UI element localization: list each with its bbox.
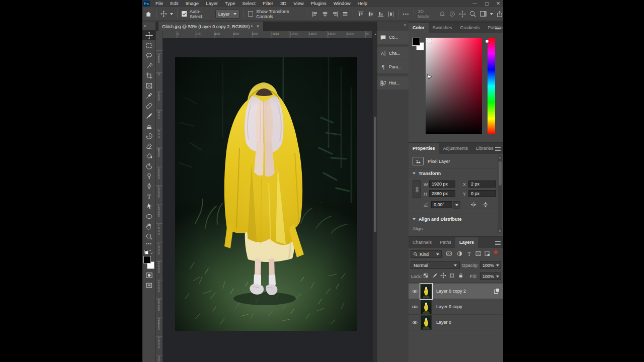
pan3d-icon[interactable] (459, 11, 466, 18)
scrollbar-thumb[interactable] (374, 117, 376, 232)
hue-slider-marker[interactable] (485, 39, 489, 43)
saturation-brightness-field[interactable] (426, 38, 482, 134)
menu-edit[interactable]: Edit (167, 0, 182, 7)
brush-icon[interactable] (432, 273, 438, 279)
minimize-button[interactable]: — (472, 0, 477, 7)
layer-thumbnail[interactable] (421, 300, 432, 314)
properties-scrollbar[interactable]: ▲ ▼ (498, 155, 502, 233)
align-center-h-icon[interactable] (321, 11, 329, 18)
checker-icon[interactable] (423, 273, 429, 279)
magic-wand-tool[interactable] (142, 60, 155, 70)
crop-tool[interactable] (142, 70, 155, 80)
type-tool[interactable]: T (142, 191, 155, 201)
scroll-up-icon[interactable]: ▲ (498, 156, 502, 159)
close-button[interactable]: ✕ (496, 0, 500, 7)
zoom-tool[interactable] (142, 231, 155, 241)
menu-3d[interactable]: 3D (277, 0, 290, 7)
scroll-up-icon[interactable]: ▲ (373, 33, 377, 36)
layer-row[interactable]: Layer 0 copy 2 (409, 284, 503, 299)
flip-v-icon[interactable] (482, 201, 489, 208)
align-middle-icon[interactable] (367, 11, 374, 18)
artboard-icon[interactable] (449, 273, 455, 279)
tab-close-icon[interactable]: ✕ (256, 24, 260, 29)
smudge-tool[interactable] (142, 161, 155, 171)
menu-select[interactable]: Select (238, 0, 259, 7)
show-transform-checkbox[interactable] (248, 11, 253, 17)
workspace-icon[interactable] (479, 10, 487, 18)
document-tab[interactable]: Glitch.jpg @ 50% (Layer 0 copy 2, RGB/8#… (158, 22, 263, 31)
chevron-down-icon[interactable] (490, 13, 493, 15)
spot-healing-brush-tool[interactable] (142, 101, 155, 111)
width-field[interactable]: 1920 px (429, 180, 455, 188)
height-field[interactable]: 2880 px (429, 190, 455, 197)
collapse-dock-icon[interactable]: « (377, 22, 409, 28)
maximize-button[interactable]: ▢ (485, 0, 489, 7)
layer-thumbnail[interactable] (421, 284, 432, 299)
menu-file[interactable]: File (152, 0, 167, 7)
tab-gradients[interactable]: Gradients (456, 23, 484, 33)
canvas-vertical-scrollbar[interactable]: ▲ (372, 31, 377, 362)
more-options-button[interactable]: ••• (403, 12, 410, 16)
menu-help[interactable]: Help (354, 0, 371, 7)
path-selection-tool[interactable] (142, 201, 155, 211)
panel-menu-icon[interactable] (495, 147, 501, 151)
rotation-angle-field[interactable]: 0,00° (431, 201, 452, 208)
align-right-icon[interactable] (332, 11, 339, 18)
pen-tool[interactable] (142, 181, 155, 191)
align-section-header[interactable]: Align and Distribute (413, 217, 462, 222)
eyedropper-tool[interactable] (142, 90, 155, 101)
foreground-color-swatch[interactable] (143, 256, 151, 263)
brush-tool[interactable] (142, 111, 155, 121)
link-dimensions-button[interactable] (413, 180, 421, 198)
lasso-tool[interactable] (142, 50, 155, 60)
move-icon[interactable] (160, 11, 167, 17)
align-bottom-icon[interactable] (377, 11, 384, 18)
tab-color[interactable]: Color (409, 23, 429, 33)
dodge-tool[interactable] (142, 171, 155, 181)
filter-toggle[interactable] (494, 250, 498, 254)
blend-mode-dropdown[interactable]: Normal (411, 261, 460, 269)
panel-menu-icon[interactable] (495, 241, 501, 245)
scroll-down-icon[interactable]: ▼ (498, 230, 502, 233)
menu-type[interactable]: Type (221, 0, 239, 7)
flip-h-icon[interactable] (470, 201, 477, 208)
smartobj-filter-icon[interactable] (484, 250, 491, 257)
angle-dropdown[interactable] (453, 201, 460, 209)
x-field[interactable]: 2 px (468, 180, 496, 188)
eraser-tool[interactable] (142, 141, 155, 151)
fill-field[interactable]: 100% (480, 273, 501, 280)
tab-swatches[interactable]: Swatches (429, 23, 456, 33)
ellipse-tool[interactable] (142, 211, 155, 221)
adjustment-filter-icon[interactable] (456, 250, 463, 257)
layer-filter-kind-dropdown[interactable]: Kind (411, 250, 442, 258)
transform-section-header[interactable]: Transform (413, 171, 441, 176)
frame-filter-icon[interactable] (475, 250, 481, 257)
collapsed-panel-comments[interactable]: Co... (377, 31, 409, 44)
quick-mask-button[interactable] (142, 270, 155, 280)
auto-select-target-dropdown[interactable]: Layer (215, 10, 240, 19)
collapsed-panel-history[interactable]: Hist... (377, 76, 409, 90)
tab-channels[interactable]: Channels (409, 237, 436, 248)
foreground-background-swatches[interactable] (412, 38, 425, 52)
orbit-icon[interactable] (439, 11, 446, 18)
panel-menu-icon[interactable] (495, 27, 501, 30)
rectangular-marquee-tool[interactable] (142, 40, 155, 50)
menu-image[interactable]: Image (182, 0, 202, 7)
y-field[interactable]: 0 px (468, 190, 496, 197)
home-icon[interactable] (145, 11, 152, 18)
foreground-color-swatch[interactable] (412, 38, 420, 46)
menu-filter[interactable]: Filter (259, 0, 277, 7)
edit-toolbar-button[interactable]: ••• (142, 241, 155, 249)
tab-adjustments[interactable]: Adjustments (439, 143, 472, 154)
auto-select-checkbox[interactable] (182, 11, 187, 17)
gradient-tool[interactable] (142, 151, 155, 161)
screen-mode-button[interactable] (142, 280, 155, 290)
align-left-icon[interactable] (311, 11, 318, 18)
menu-view[interactable]: View (290, 0, 307, 7)
layer-row[interactable]: Layer 0 (409, 315, 503, 330)
collapsed-panel-paragraph[interactable]: ¶ Para... (377, 60, 409, 74)
tab-libraries[interactable]: Libraries (472, 143, 498, 154)
chevron-down-icon[interactable] (170, 13, 173, 15)
default-colors-icon[interactable] (144, 250, 148, 254)
move-tool[interactable] (142, 30, 155, 40)
